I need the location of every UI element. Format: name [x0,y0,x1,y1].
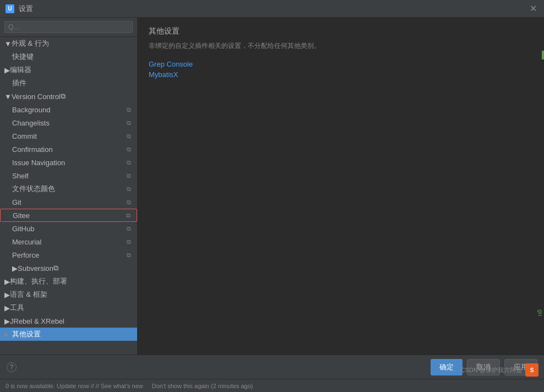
copy-icon: ⧉ [61,92,66,101]
app-icon: U [6,4,14,13]
sidebar-item-tools[interactable]: ▶ 工具 [0,301,137,314]
sidebar-item-build[interactable]: ▶ 构建、执行、部署 [0,275,137,288]
copy-icon: ⧉ [124,211,132,219]
sidebar-item-github[interactable]: GitHub ⧉ [0,222,137,235]
sidebar-item-git[interactable]: Git ⧉ [0,195,137,209]
panel-description: 非绑定的自定义插件相关的设置，不分配给任何其他类别。 [149,41,533,51]
sidebar-item-shelf[interactable]: Shelf ⧉ [0,169,137,182]
sidebar-item-commit[interactable]: Commit ⧉ [0,129,137,143]
arrow-right-icon: ▶ [4,304,10,312]
arrow-right-icon: ▶ [4,317,10,325]
arrow-right-icon: ▶ [4,277,10,286]
copy-icon: ⧉ [125,119,133,127]
right-panel: 其他设置 非绑定的自定义插件相关的设置，不分配给任何其他类别。 Grep Con… [138,18,544,355]
dialog-body: ▼ 外观 & 行为 快捷键 ▶ 编辑器 插件 ▼ Version Control… [0,18,544,355]
sidebar-item-plugins[interactable]: 插件 [0,77,137,90]
sidebar-item-appearance[interactable]: ▼ 外观 & 行为 [0,37,137,50]
sidebar-item-perforce[interactable]: Perforce ⧉ [0,248,137,262]
copy-icon: ⧉ [53,264,58,273]
green-indicator [542,51,544,59]
copy-icon: ⧉ [125,106,133,113]
copy-icon: ⧉ [125,185,133,193]
copy-icon: ⧉ [125,198,133,206]
csdn-logo: S [525,363,538,377]
copy-icon: ⧉ [125,172,133,179]
arrow-right-icon: ▶ [4,66,10,74]
arrow-right-icon: ▶ [4,291,10,299]
panel-title: 其他设置 [149,26,533,36]
copy-icon: ⧉ [125,251,133,259]
copy-icon: ⧉ [125,238,133,246]
search-box [0,18,137,37]
csdn-watermark: CSDN @保护我方阿遥 S [461,363,538,377]
sidebar-item-language[interactable]: ▶ 语言 & 框架 [0,288,137,301]
right-edge-hint: gu [533,309,544,316]
sidebar-item-subversion[interactable]: ▶ Subversion ⧉ [0,262,137,275]
dont-show-text: Don't show this again (2 minutes ago) [152,383,253,389]
sidebar-item-label: 外观 & 行为 [12,39,49,48]
settings-dialog: U 设置 ✕ ▼ 外观 & 行为 快捷键 ▶ 编辑器 [0,0,544,392]
copy-icon: ⧉ [125,225,133,232]
copy-icon: ⧉ [125,145,133,153]
sidebar-item-editor[interactable]: ▶ 编辑器 [0,63,137,77]
left-panel: ▼ 外观 & 行为 快捷键 ▶ 编辑器 插件 ▼ Version Control… [0,18,138,355]
sidebar-item-shortcuts[interactable]: 快捷键 [0,50,137,63]
ok-button[interactable]: 确定 [431,359,463,375]
search-input[interactable] [4,21,133,33]
update-text: 0 is now available. Update now // // See… [6,383,143,389]
csdn-label: CSDN @保护我方阿遥 [461,366,522,374]
help-button[interactable]: ? [7,362,431,372]
sidebar-item-file-status[interactable]: 文件状态颜色 ⧉ [0,182,137,195]
sidebar-item-confirmation[interactable]: Confirmation ⧉ [0,143,137,156]
copy-icon: ⧉ [125,132,133,140]
title-bar: U 设置 ✕ [0,0,544,18]
sidebar-item-version-control[interactable]: ▼ Version Control ⧉ [0,90,137,103]
arrow-right-icon: ▶ [12,264,18,273]
dialog-title: 设置 [19,4,527,14]
close-button[interactable]: ✕ [527,3,538,14]
arrow-down-icon: ▼ [4,92,12,101]
sidebar-item-issue-navigation[interactable]: Issue Navigation ⧉ [0,156,137,169]
sidebar-item-background[interactable]: Background ⧉ [0,103,137,116]
sidebar-item-mercurial[interactable]: Mercurial ⧉ [0,235,137,248]
status-bar: 0 is now available. Update now // // See… [0,379,544,392]
sidebar-item-other-settings[interactable]: ▶ 其他设置 [0,328,137,341]
arrow-down-icon: ▼ [4,40,12,48]
grep-console-link[interactable]: Grep Console [149,60,533,68]
help-icon[interactable]: ? [7,362,17,372]
sidebar-item-jrebel[interactable]: ▶ JRebel & XRebel [0,314,137,328]
sidebar-item-changelists[interactable]: Changelists ⧉ [0,116,137,129]
mybatisx-link[interactable]: MybatisX [149,70,533,79]
copy-icon: ⧉ [125,159,133,166]
sidebar-item-gitee[interactable]: Gitee ⧉ [0,209,137,222]
